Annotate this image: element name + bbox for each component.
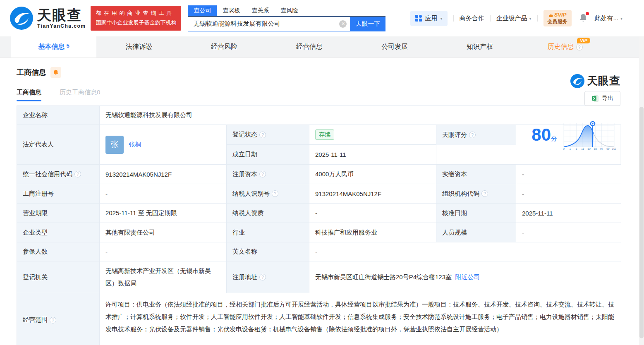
nearby-companies-link[interactable]: 附近公司: [455, 273, 480, 281]
promo-banner: 都在用的商业查询工具 国家中小企业发展子基金旗下机构: [91, 6, 181, 31]
field-label: 参保人数: [17, 242, 100, 261]
tab-basic-info[interactable]: 基本信息 5: [11, 36, 96, 58]
nav-enterprise[interactable]: 企业级产品 ▾: [496, 14, 531, 22]
business-info-section: 工商信息 天眼查 工商信息 历史工商信息0: [0, 67, 644, 101]
field-label: 天眼评分?: [436, 125, 516, 145]
help-icon[interactable]: ?: [259, 171, 266, 177]
status-badge: 存续: [315, 129, 334, 139]
apps-grid-icon: [415, 15, 422, 22]
field-label: 营业期限: [17, 204, 100, 223]
field-label: 人员规模: [436, 223, 516, 242]
section-title: 工商信息: [17, 67, 46, 77]
field-label: 行业: [227, 223, 309, 242]
scrollbar-track[interactable]: [639, 36, 644, 345]
field-label: 组织机构代码?: [436, 184, 516, 204]
page: 天眼查 TianYanCha.com 都在用的商业查询工具 国家中小企业发展子基…: [0, 0, 644, 345]
field-label: 法定代表人: [17, 125, 100, 164]
svg-text:0: 0: [563, 147, 565, 150]
staff-size-value: -: [516, 223, 621, 242]
field-label: 企业类型: [17, 223, 100, 242]
taxpayer-quality-value: -: [309, 204, 436, 223]
bell-icon: [53, 69, 59, 76]
reg-number-value: -: [100, 184, 227, 204]
field-label: 纳税人资质: [227, 204, 309, 223]
tianyancha-logo-icon: [570, 74, 584, 88]
svg-text:1: 1: [569, 147, 571, 150]
chevron-down-icon: ▾: [620, 16, 622, 21]
svg-text:3: 3: [576, 147, 577, 150]
svg-text:50: 50: [587, 147, 591, 150]
export-button[interactable]: 导出: [584, 91, 620, 106]
sub-tab-bar: 工商信息 历史工商信息0: [17, 89, 620, 101]
subtab-history-business-info[interactable]: 历史工商信息0: [60, 89, 100, 101]
field-label: 成立日期: [227, 145, 309, 164]
help-icon[interactable]: ?: [469, 132, 476, 138]
clear-icon[interactable]: ✕: [339, 20, 347, 28]
search-tab-relation[interactable]: 查关系: [246, 5, 275, 16]
subtab-business-info[interactable]: 工商信息: [17, 89, 41, 101]
subscribe-bell-button[interactable]: [50, 67, 61, 78]
search-tab-company[interactable]: 查公司: [188, 5, 217, 16]
search-input[interactable]: [193, 20, 339, 27]
field-label: 注册地址?: [227, 261, 309, 293]
english-name-value: -: [309, 242, 621, 261]
notification-dot: [586, 12, 589, 15]
company-type-value: 其他有限责任公司: [100, 223, 227, 242]
reg-authority-value: 无锡高新技术产业开发区（无锡市新吴区）数据局: [100, 261, 227, 293]
svg-text:99: 99: [606, 147, 610, 150]
field-label: 英文名称: [227, 242, 309, 261]
excel-icon: [591, 95, 599, 102]
tab-intellectual-property[interactable]: 知识产权: [437, 36, 522, 58]
main-tab-bar: 基本信息 5 法律诉讼 经营风险 经营信息 公司发展 知识产权 VIP 历史信息…: [0, 36, 644, 58]
org-code-value: -: [516, 184, 621, 204]
avatar[interactable]: 张: [105, 136, 124, 154]
svg-text:100: 100: [612, 147, 616, 150]
header-nav: 应用 ▾ 商务合作 企业级产品 ▾ SVIP 会员服务: [410, 10, 622, 26]
help-icon[interactable]: ?: [259, 274, 266, 280]
logo-title: 天眼查: [37, 8, 86, 22]
tab-operation-risk[interactable]: 经营风险: [182, 36, 267, 58]
credit-code-value: 91320214MAK05NJ12F: [100, 165, 227, 184]
chevron-down-icon: ▾: [529, 16, 531, 21]
help-icon[interactable]: ?: [50, 317, 56, 323]
tyc-score-value: 80分: [516, 125, 621, 145]
apps-menu[interactable]: 应用 ▾: [410, 11, 447, 26]
svip-member-badge[interactable]: SVIP 会员服务: [543, 10, 572, 26]
establish-date-value: 2025-11-11: [309, 145, 436, 164]
help-icon[interactable]: ?: [259, 132, 266, 138]
search-area: 查公司 查老板 查关系 查风险 ✕ 天眼一下: [188, 5, 385, 31]
help-icon[interactable]: ?: [576, 44, 583, 50]
business-info-table: 企业名称 无锡软通能源科技发展有限公司 法定代表人 张 张桐 登记状态? 存续 …: [17, 105, 620, 345]
field-label: 纳税人识别号?: [227, 184, 309, 204]
field-label: 企业名称: [17, 106, 100, 125]
nav-user-more[interactable]: 此处有... ▾: [595, 14, 623, 22]
help-icon[interactable]: ?: [74, 171, 81, 177]
tianyancha-logo[interactable]: 天眼查 TianYanCha.com: [10, 7, 86, 30]
approval-date-value: 2025-11-11: [516, 204, 621, 223]
help-icon[interactable]: ?: [272, 190, 278, 197]
nav-cooperation[interactable]: 商务合作: [460, 14, 484, 22]
help-icon[interactable]: ?: [481, 190, 488, 197]
search-button[interactable]: 天眼一下: [350, 17, 385, 31]
field-label: 经营范围?: [17, 293, 100, 345]
promo-line1: 都在用的商业查询工具: [96, 9, 176, 18]
search-tab-boss[interactable]: 查老板: [217, 5, 246, 16]
scrollbar-thumb[interactable]: [639, 107, 644, 338]
industry-value: 科技推广和应用服务业: [309, 223, 436, 242]
legal-rep-link[interactable]: 张桐: [129, 141, 141, 149]
svg-text:85: 85: [594, 147, 597, 150]
reg-address-value: 无锡市新吴区旺庄街道锡士路20号P4综合楼123室 附近公司: [309, 261, 621, 293]
tab-history-info[interactable]: VIP 历史信息 ?: [522, 36, 608, 58]
business-term-value: 2025-11-11 至 无固定期限: [100, 204, 227, 223]
tab-legal-proceedings[interactable]: 法律诉讼: [96, 36, 182, 58]
svg-text:15: 15: [581, 147, 584, 150]
tab-company-development[interactable]: 公司发展: [352, 36, 437, 58]
legal-rep-row: 法定代表人 张 张桐 登记状态? 存续 成立日期 2025-11-11 天眼评分…: [17, 125, 621, 165]
paid-capital-value: -: [516, 165, 621, 184]
notification-bell[interactable]: [579, 13, 587, 24]
tab-operation-info[interactable]: 经营信息: [267, 36, 352, 58]
field-label: 核准日期: [436, 204, 516, 223]
field-label: 实缴资本: [436, 165, 516, 184]
search-tab-risk[interactable]: 查风险: [275, 5, 304, 16]
tianyancha-watermark: 天眼查: [570, 74, 620, 88]
